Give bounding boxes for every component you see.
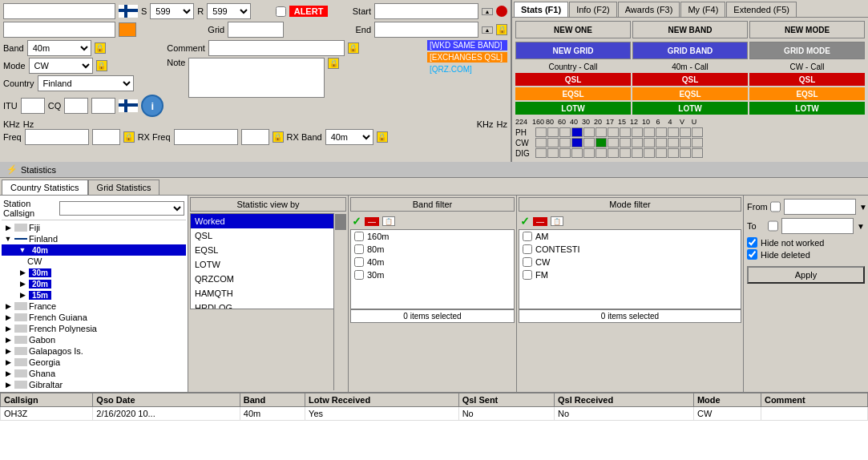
tab-awards[interactable]: Awards (F3) bbox=[618, 2, 680, 17]
country-select[interactable]: Finland bbox=[38, 75, 134, 91]
th-band[interactable]: Band bbox=[240, 393, 305, 407]
band-30m-cb[interactable] bbox=[354, 270, 364, 280]
end-datetime[interactable]: 8/28/2021 13:08:57 bbox=[374, 22, 478, 38]
start-datetime[interactable]: 8/28/2021 13:07:29 bbox=[374, 3, 478, 19]
statview-eqsl[interactable]: EQSL bbox=[191, 243, 345, 257]
th-qsl-received[interactable]: Qsl Received bbox=[555, 393, 694, 407]
mode-cw[interactable]: CW bbox=[519, 256, 741, 268]
start-up[interactable]: ▲ bbox=[482, 8, 493, 15]
new-grid-btn[interactable]: NEW GRID bbox=[515, 42, 631, 59]
hide-deleted-cb[interactable] bbox=[747, 249, 757, 260]
th-qsl-sent[interactable]: Qsl Sent bbox=[458, 393, 554, 407]
mode-fm[interactable]: FM bbox=[519, 268, 741, 281]
tab-extended[interactable]: Extended (F5) bbox=[726, 2, 797, 17]
mode-contesti-cb[interactable] bbox=[523, 244, 532, 254]
mode-img-icon[interactable]: 📋 bbox=[551, 216, 563, 226]
band-40m[interactable]: 40m bbox=[351, 256, 514, 268]
band-check-red[interactable]: — bbox=[365, 217, 379, 226]
hide-not-worked-cb[interactable] bbox=[747, 237, 757, 248]
tab-my[interactable]: My (F4) bbox=[680, 2, 725, 17]
freq-input[interactable]: 7004 bbox=[25, 129, 89, 145]
name-input[interactable]: Timo Salomaa bbox=[3, 22, 115, 38]
tree-france[interactable]: ▶ France bbox=[2, 301, 186, 312]
band-160m[interactable]: 160m bbox=[351, 230, 514, 243]
apply-button[interactable]: Apply bbox=[747, 266, 865, 284]
grid-band-btn[interactable]: GRID BAND bbox=[632, 42, 748, 59]
from-date[interactable]: 8/28/2021 bbox=[784, 199, 856, 215]
mode-select[interactable]: CW bbox=[29, 58, 93, 74]
statview-list[interactable]: Worked QSL EQSL LOTW QRZCOM HAMQTH HRDLO… bbox=[190, 213, 346, 309]
new-one-btn[interactable]: NEW ONE bbox=[515, 21, 631, 38]
comment-input[interactable] bbox=[208, 40, 345, 56]
from-checkbox[interactable] bbox=[770, 201, 781, 212]
grid-mode-btn[interactable]: GRID MODE bbox=[749, 42, 865, 59]
th-callsign[interactable]: Callsign bbox=[1, 393, 93, 407]
mode-check-green[interactable]: ✓ bbox=[520, 215, 530, 228]
band-select[interactable]: 40m bbox=[27, 40, 91, 56]
grid-input[interactable]: KP10hm bbox=[228, 22, 284, 38]
mode-fm-cb[interactable] bbox=[523, 270, 532, 280]
statview-scrollbar[interactable] bbox=[333, 213, 346, 390]
note-input[interactable] bbox=[188, 58, 325, 98]
new-mode-btn[interactable]: NEW MODE bbox=[749, 21, 865, 38]
tab-grid-stats[interactable]: Grid Statistics bbox=[88, 180, 160, 195]
tree-15m[interactable]: ▶ 15m bbox=[2, 289, 186, 301]
th-mode[interactable]: Mode bbox=[693, 393, 761, 407]
tree-french-polynesia[interactable]: ▶ French Polynesia bbox=[2, 323, 186, 334]
statview-qrzcom[interactable]: QRZCOM bbox=[191, 272, 345, 286]
tab-stats[interactable]: Stats (F1) bbox=[514, 2, 568, 17]
tab-country-stats[interactable]: Country Statistics bbox=[2, 180, 88, 195]
mode-am-cb[interactable] bbox=[523, 232, 532, 241]
end-up[interactable]: ▲ bbox=[482, 26, 493, 34]
statview-lotw[interactable]: LOTW bbox=[191, 257, 345, 272]
mode-am[interactable]: AM bbox=[519, 230, 741, 243]
th-comment[interactable]: Comment bbox=[761, 393, 867, 407]
tree-finland[interactable]: ▼ Finland bbox=[2, 233, 186, 244]
tree-galapagos[interactable]: ▶ Galapagos Is. bbox=[2, 345, 186, 357]
tree-georgia[interactable]: ▶ Georgia bbox=[2, 357, 186, 368]
tree-gibraltar[interactable]: ▶ Gibraltar bbox=[2, 379, 186, 390]
itu-input[interactable]: 18 bbox=[21, 98, 45, 114]
statview-qsl[interactable]: QSL bbox=[191, 228, 345, 243]
mode-cw-cb[interactable] bbox=[523, 257, 532, 267]
r-select[interactable]: 599 bbox=[207, 3, 251, 19]
from-dropdown[interactable]: ▼ bbox=[859, 203, 867, 212]
new-band-btn[interactable]: NEW BAND bbox=[632, 21, 748, 38]
table-row[interactable]: OH3Z 2/16/2020 10... 40m Yes No No CW bbox=[1, 407, 868, 421]
callsign-input[interactable]: OH3Z bbox=[3, 3, 115, 19]
band-160m-cb[interactable] bbox=[354, 232, 364, 241]
info-button[interactable]: i bbox=[141, 95, 164, 117]
tree-gabon[interactable]: ▶ Gabon bbox=[2, 334, 186, 345]
band-80m-cb[interactable] bbox=[354, 244, 364, 254]
s-select[interactable]: 599 bbox=[150, 3, 194, 19]
rxhz-input[interactable]: 165 bbox=[241, 129, 269, 145]
band-img-icon[interactable]: 📋 bbox=[382, 216, 395, 226]
statview-hrdlog[interactable]: HRDLOG bbox=[191, 301, 345, 309]
cq-input[interactable]: 15 bbox=[64, 98, 88, 114]
tree-30m[interactable]: ▶ 30m bbox=[2, 267, 186, 278]
tree-french-guiana[interactable]: ▶ French Guiana bbox=[2, 312, 186, 323]
tree-fiji[interactable]: ▶ Fiji bbox=[2, 222, 186, 233]
mode-contesti[interactable]: CONTESTI bbox=[519, 243, 741, 256]
scrollbar-thumb[interactable] bbox=[335, 214, 346, 230]
tree-40m[interactable]: ▼ 40m bbox=[2, 244, 186, 256]
callsign-select[interactable] bbox=[59, 201, 184, 216]
th-lotw[interactable]: Lotw Received bbox=[305, 393, 459, 407]
rxfreq-input[interactable]: 7004 bbox=[174, 129, 238, 145]
to-dropdown[interactable]: ▼ bbox=[857, 222, 865, 231]
tab-info[interactable]: Info (F2) bbox=[569, 2, 617, 17]
hz-input[interactable]: 165 bbox=[92, 129, 120, 145]
mode-check-red[interactable]: — bbox=[533, 217, 547, 226]
band-check-green[interactable]: ✓ bbox=[352, 215, 361, 228]
num-input[interactable]: 224 bbox=[91, 98, 115, 114]
alert-checkbox[interactable] bbox=[276, 6, 286, 17]
band-30m[interactable]: 30m bbox=[351, 268, 514, 281]
tree-20m[interactable]: ▶ 20m bbox=[2, 278, 186, 289]
band-40m-cb[interactable] bbox=[354, 257, 364, 267]
to-date[interactable]: 8/28/2021 bbox=[781, 218, 854, 234]
tree-ghana[interactable]: ▶ Ghana bbox=[2, 368, 186, 379]
statview-hamqth[interactable]: HAMQTH bbox=[191, 286, 345, 301]
statview-worked[interactable]: Worked bbox=[191, 214, 345, 228]
tree-cw[interactable]: CW bbox=[2, 256, 186, 267]
to-checkbox[interactable] bbox=[768, 220, 778, 232]
